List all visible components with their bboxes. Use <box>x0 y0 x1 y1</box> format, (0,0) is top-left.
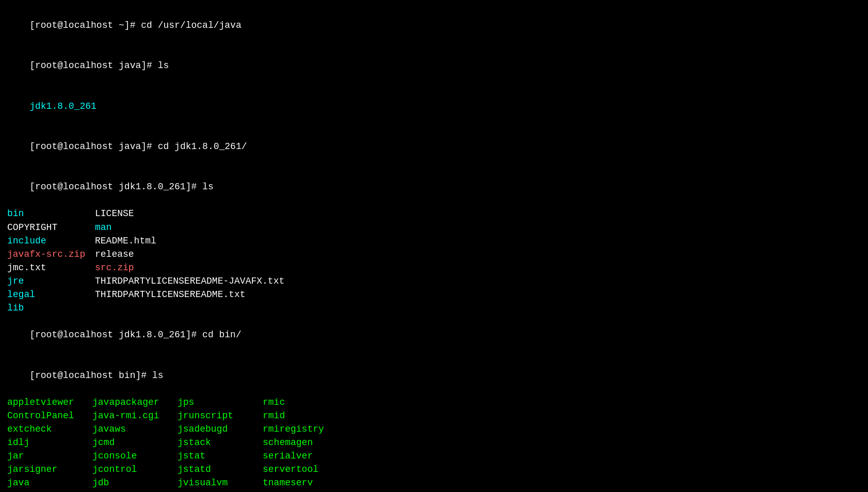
ls-item: extcheck <box>7 422 92 436</box>
ls-item: jstatd <box>178 463 263 476</box>
ls-item: jmc.txt <box>7 261 95 274</box>
ls-item: jre <box>7 274 95 288</box>
ls-item: jrunscript <box>178 409 263 422</box>
prompt: [root@localhost jdk1.8.0_261]# <box>29 330 202 340</box>
ls-item: jar <box>7 449 92 463</box>
terminal-line: [root@localhost ~]# cd /usr/local/java <box>7 5 861 45</box>
ls-item: jarsigner <box>7 463 92 476</box>
ls-item: jconsole <box>92 449 178 463</box>
terminal-line: [root@localhost bin]# ls <box>7 355 861 395</box>
ls-item: man <box>95 221 861 234</box>
command: cd jdk1.8.0_261/ <box>158 141 247 152</box>
ls-item: schemagen <box>263 436 348 449</box>
ls-item: javac <box>7 489 92 492</box>
ls-item: COPYRIGHT <box>7 221 95 234</box>
prompt: [root@localhost jdk1.8.0_261]# <box>29 182 202 192</box>
ls-item: jcmd <box>92 436 178 449</box>
ls-item: jsadebugd <box>178 422 263 436</box>
ls-item: jstat <box>178 449 263 463</box>
ls-item: rmiregistry <box>263 422 348 436</box>
ls-item: release <box>95 248 861 261</box>
ls-item: THIRDPARTYLICENSEREADME.txt <box>95 288 861 301</box>
ls-item: serialver <box>263 449 348 463</box>
ls-item: jvisualvm <box>178 476 263 489</box>
ls-output-jdk: binLICENSE COPYRIGHTman includeREADME.ht… <box>7 207 861 315</box>
terminal-line: [root@localhost jdk1.8.0_261]# cd bin/ <box>7 315 861 355</box>
prompt: [root@localhost ~]# <box>29 20 141 30</box>
terminal-line: jdk1.8.0_261 <box>7 86 861 126</box>
ls-item: java-rmi.cgi <box>92 409 178 422</box>
ls-output-bin: appletviewer javapackager jps rmic Contr… <box>7 396 861 492</box>
ls-item: THIRDPARTYLICENSEREADME-JAVAFX.txt <box>95 274 861 288</box>
command: cd bin/ <box>202 330 242 340</box>
command: ls <box>152 370 164 381</box>
ls-item: legal <box>7 288 95 301</box>
ls-item: jdb <box>92 476 178 489</box>
ls-item: include <box>7 234 95 248</box>
ls-item: LICENSE <box>95 207 861 220</box>
prompt: [root@localhost bin]# <box>29 370 152 381</box>
ls-item: rmid <box>263 409 348 422</box>
prompt: [root@localhost java]# <box>29 60 157 71</box>
ls-item: unpack200 <box>263 489 348 492</box>
ls-item: javafx-src.zip <box>7 248 95 261</box>
terminal-line: [root@localhost java]# ls <box>7 45 861 86</box>
ls-item: idlj <box>7 436 92 449</box>
prompt: [root@localhost java]# <box>29 141 157 152</box>
ls-item: jps <box>178 396 263 409</box>
terminal-line: [root@localhost jdk1.8.0_261]# ls <box>7 167 861 207</box>
ls-item: rmic <box>263 396 348 409</box>
command: cd /usr/local/java <box>141 20 241 30</box>
ls-item: tnameserv <box>263 476 348 489</box>
ls-item: lib <box>7 301 95 315</box>
ls-item <box>95 301 861 315</box>
terminal: [root@localhost ~]# cd /usr/local/java [… <box>7 5 861 492</box>
ls-item: bin <box>7 207 95 220</box>
command: ls <box>158 60 169 71</box>
ls-item: jdk1.8.0_261 <box>29 101 97 111</box>
ls-item: src.zip <box>95 261 861 274</box>
ls-item: java <box>7 476 92 489</box>
ls-item: README.html <box>95 234 861 248</box>
ls-item: jcontrol <box>92 463 178 476</box>
ls-item: keytool <box>178 489 263 492</box>
ls-item: ControlPanel <box>7 409 92 422</box>
terminal-line: [root@localhost java]# cd jdk1.8.0_261/ <box>7 126 861 167</box>
ls-item: javaws <box>92 422 178 436</box>
ls-item: javapackager <box>92 396 178 409</box>
command: ls <box>202 182 214 192</box>
ls-item: servertool <box>263 463 348 476</box>
ls-item: jstack <box>178 436 263 449</box>
ls-item: jdeps <box>92 489 178 492</box>
ls-item: appletviewer <box>7 396 92 409</box>
